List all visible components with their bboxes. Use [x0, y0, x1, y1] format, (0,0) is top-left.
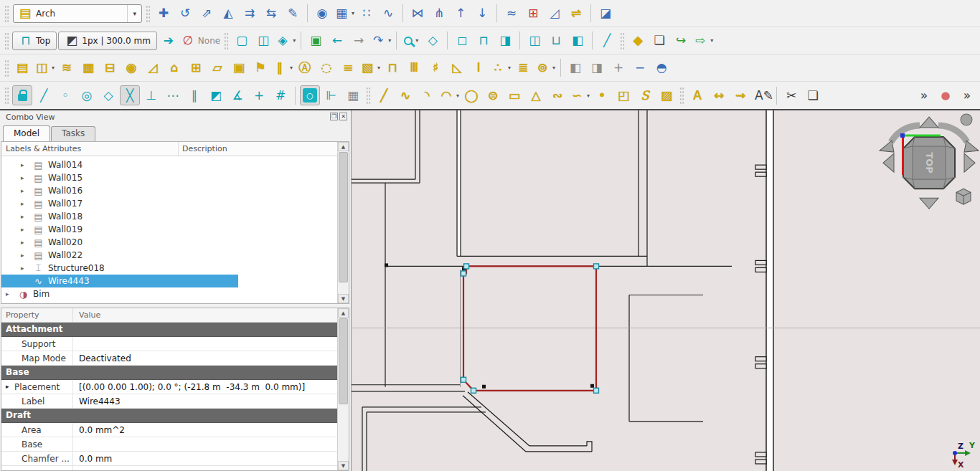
toolbar-grip[interactable]: [679, 87, 684, 104]
draft-move-button[interactable]: ✚: [154, 4, 174, 24]
draw-style-button[interactable]: ◈▾: [275, 31, 296, 51]
make-sub-link-button[interactable]: ⇨▾: [692, 31, 714, 51]
snap-perpendicular-button[interactable]: ⊥: [141, 85, 161, 105]
draft-downgrade-button[interactable]: ↓: [472, 4, 492, 24]
view-axonometric-button[interactable]: ◇: [423, 31, 443, 51]
view-top-button[interactable]: ⊓: [473, 31, 494, 51]
draft-offset-button[interactable]: ⇉: [240, 4, 260, 24]
property-group-attachment[interactable]: Attachment: [1, 323, 337, 337]
draft-label-button[interactable]: ⇝: [730, 85, 750, 105]
arch-space-button[interactable]: ⚑: [250, 58, 270, 78]
tree-item-wall022[interactable]: ▸▤Wall022: [1, 249, 337, 262]
nav-forward-button[interactable]: →: [349, 31, 369, 51]
draft-point-button[interactable]: •: [592, 85, 612, 105]
toolbar-grip[interactable]: [224, 32, 229, 49]
property-row-label[interactable]: LabelWire4443: [1, 394, 337, 409]
expander-icon[interactable]: ▸: [21, 226, 29, 233]
draft-rectangle-button[interactable]: ▭: [504, 85, 524, 105]
snap-extension-button[interactable]: ⋯: [163, 85, 183, 105]
expander-icon[interactable]: ▸: [6, 290, 14, 298]
panel-close-button[interactable]: ✕: [339, 113, 347, 120]
edit-copy-button[interactable]: ❏: [803, 85, 823, 105]
draft-fillet-button[interactable]: ◝: [417, 85, 437, 105]
toolbar-grip[interactable]: [4, 87, 9, 104]
draft-scale-button[interactable]: ⇗: [197, 4, 217, 24]
draft-wire-to-bspline-button[interactable]: ≈: [501, 4, 522, 24]
part-shape-button[interactable]: ◆: [628, 31, 648, 51]
working-plane-button[interactable]: ○: [300, 85, 320, 105]
snap-center-button[interactable]: ◎: [77, 85, 97, 105]
snap-ortho-button[interactable]: +: [249, 85, 269, 105]
box-element-selection-button[interactable]: ◫: [253, 31, 273, 51]
workbench-selector[interactable]: ▤Arch▾: [13, 4, 142, 23]
draft-ellipse-button[interactable]: ⊜: [483, 85, 503, 105]
draft-bspline-button[interactable]: ∾: [547, 85, 567, 105]
snap-midpoint-button[interactable]: ◦: [55, 85, 75, 105]
expander-icon[interactable]: ▸: [21, 200, 29, 207]
3d-viewport[interactable]: TOP Z Y X: [352, 110, 980, 471]
tree-item-wall014[interactable]: ▸▤Wall014: [1, 158, 337, 171]
draft-edit-button[interactable]: ✎: [283, 4, 303, 24]
draft-flip-dimension-button[interactable]: ⇌: [566, 4, 586, 24]
draft-text-button[interactable]: A: [687, 85, 707, 105]
fit-all-button[interactable]: ▣: [306, 31, 326, 51]
toggle-grid-button[interactable]: ▦: [343, 85, 363, 105]
edit-cut-button[interactable]: ✂: [781, 85, 801, 105]
arch-frame-button[interactable]: Ⅲ: [404, 58, 424, 78]
scroll-thumb[interactable]: [339, 152, 348, 282]
draft-shapestring-button[interactable]: S: [635, 85, 655, 105]
expander-icon[interactable]: ▸: [21, 213, 29, 220]
macro-record-button[interactable]: ●: [936, 85, 956, 105]
draft-polyline-button[interactable]: ∿: [395, 85, 415, 105]
arch-add-component-button[interactable]: +: [608, 58, 628, 78]
arch-panel-button[interactable]: ▧▾: [359, 58, 381, 78]
arch-schedule-button[interactable]: ≣: [513, 58, 533, 78]
tab-model[interactable]: Model: [3, 125, 50, 141]
draft-join-button[interactable]: ⋈: [407, 4, 428, 24]
draft-facebinder-button[interactable]: ◰: [613, 85, 633, 105]
working-plane-view-button[interactable]: ⊓Top: [12, 32, 57, 50]
view-left-button[interactable]: ◧: [567, 31, 588, 51]
arch-section-plane-button[interactable]: ⊞: [186, 58, 206, 78]
draft-hatch-button[interactable]: ▨: [656, 85, 677, 105]
snap-lock-button[interactable]: [12, 85, 32, 105]
property-row-support[interactable]: Support: [1, 337, 337, 351]
column-divider[interactable]: [178, 142, 179, 156]
expander-icon[interactable]: ▸: [21, 239, 29, 246]
arch-structure-button[interactable]: ◫▾: [34, 58, 55, 78]
arch-wall-button[interactable]: ▤: [12, 58, 32, 78]
box-selection-button[interactable]: ▢: [232, 31, 252, 51]
property-scrollbar[interactable]: ▲ ▼: [337, 308, 349, 470]
tree-item-bim[interactable]: ▸◑Bim: [1, 287, 337, 300]
nav-back-button[interactable]: ←: [327, 31, 347, 51]
tree-item-wall018[interactable]: ▸▤Wall018: [1, 210, 337, 223]
zoom-tools-button[interactable]: ▾: [401, 31, 421, 51]
arch-equipment-button[interactable]: ⊓: [382, 58, 402, 78]
arch-axis-tools-button[interactable]: ∥▾: [272, 58, 293, 78]
expander-icon[interactable]: ▸: [21, 174, 29, 181]
arch-truss-button[interactable]: ◺: [447, 58, 467, 78]
tree-item-wall015[interactable]: ▸▤Wall015: [1, 171, 337, 184]
arch-project-button[interactable]: ◉: [121, 58, 141, 78]
draft-dimension-button[interactable]: ↔: [709, 85, 729, 105]
property-row-area[interactable]: Area0.0 mm^2: [1, 423, 337, 437]
draft-apply-style-button[interactable]: ➔: [159, 31, 179, 51]
new-group-button[interactable]: ❏: [649, 31, 669, 51]
property-row-placement[interactable]: ▸Placement[(0.00 0.00 1.00); 0.0 °; (-21…: [1, 380, 337, 394]
toolbar-grip[interactable]: [366, 87, 371, 104]
arch-material-tools-button[interactable]: ∴▾: [490, 58, 512, 78]
draft-add-to-group-button[interactable]: ⊞: [523, 4, 543, 24]
view-front-button[interactable]: ◻: [452, 31, 472, 51]
toolbar-grip[interactable]: [620, 32, 625, 49]
scroll-down-icon[interactable]: ▼: [338, 294, 349, 303]
tree-item-wall019[interactable]: ▸▤Wall019: [1, 223, 337, 236]
panel-float-button[interactable]: ❐: [330, 113, 338, 120]
make-link-button[interactable]: ↪: [671, 31, 691, 51]
arch-survey-button[interactable]: ◓: [651, 58, 672, 78]
property-group-draft[interactable]: Draft: [1, 409, 337, 423]
snap-angle-button[interactable]: ◇: [98, 85, 118, 105]
draft-rotate-button[interactable]: ↺: [175, 4, 195, 24]
toolbar-grip[interactable]: [4, 60, 9, 77]
draft-trimex-button[interactable]: ⇆: [261, 4, 281, 24]
tree-item-wire4443[interactable]: ∿Wire4443: [1, 275, 337, 287]
